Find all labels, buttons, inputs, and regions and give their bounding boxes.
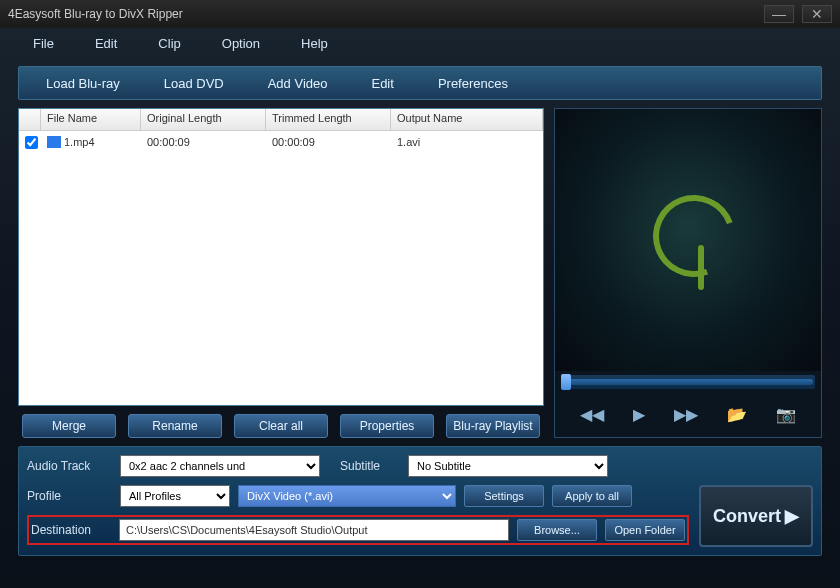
destination-input[interactable] [119, 519, 509, 541]
rename-button[interactable]: Rename [128, 414, 222, 438]
profile-convert-row: Profile All Profiles DivX Video (*.avi) … [27, 485, 813, 547]
content-area: Load Blu-ray Load DVD Add Video Edit Pre… [0, 58, 840, 588]
bottom-panel: Audio Track 0x2 aac 2 channels und Subti… [18, 446, 822, 556]
col-filename-header[interactable]: File Name [41, 109, 141, 130]
main-area: File Name Original Length Trimmed Length… [18, 108, 822, 438]
snapshot-icon[interactable]: 📷 [772, 401, 800, 428]
seek-bar[interactable] [561, 375, 815, 389]
bluray-playlist-button[interactable]: Blu-ray Playlist [446, 414, 540, 438]
load-dvd-button[interactable]: Load DVD [142, 70, 246, 97]
video-icon [47, 136, 61, 148]
audio-track-select[interactable]: 0x2 aac 2 channels und [120, 455, 320, 477]
toolbar: Load Blu-ray Load DVD Add Video Edit Pre… [18, 66, 822, 100]
convert-button[interactable]: Convert ▶ [699, 485, 813, 547]
output-name-cell: 1.avi [391, 134, 543, 150]
settings-button[interactable]: Settings [464, 485, 544, 507]
row-checkbox[interactable] [25, 136, 38, 149]
properties-button[interactable]: Properties [340, 414, 434, 438]
open-icon[interactable]: 📂 [723, 401, 751, 428]
left-panel: File Name Original Length Trimmed Length… [18, 108, 544, 438]
window-title: 4Easysoft Blu-ray to DivX Ripper [8, 7, 183, 21]
preview-panel: ◀◀ ▶ ▶▶ 📂 📷 [554, 108, 822, 438]
preferences-button[interactable]: Preferences [416, 70, 530, 97]
col-original-length-header[interactable]: Original Length [141, 109, 266, 130]
window-controls: — ✕ [764, 5, 832, 23]
menu-edit[interactable]: Edit [77, 32, 135, 55]
bottom-left: Profile All Profiles DivX Video (*.avi) … [27, 485, 689, 547]
profile-format-select[interactable]: DivX Video (*.avi) [238, 485, 456, 507]
player-controls: ◀◀ ▶ ▶▶ 📂 📷 [555, 397, 821, 437]
seek-track [563, 379, 813, 385]
preview-screen [555, 109, 821, 371]
next-icon[interactable]: ▶▶ [670, 401, 702, 428]
menubar: File Edit Clip Option Help [0, 28, 840, 58]
titlebar: 4Easysoft Blu-ray to DivX Ripper — ✕ [0, 0, 840, 28]
trimmed-length-cell: 00:00:09 [266, 134, 391, 150]
convert-label: Convert [713, 506, 781, 527]
profile-category-select[interactable]: All Profiles [120, 485, 230, 507]
audio-track-label: Audio Track [27, 459, 112, 473]
subtitle-select[interactable]: No Subtitle [408, 455, 608, 477]
browse-button[interactable]: Browse... [517, 519, 597, 541]
original-length-cell: 00:00:09 [141, 134, 266, 150]
menu-option[interactable]: Option [204, 32, 278, 55]
open-folder-button[interactable]: Open Folder [605, 519, 685, 541]
action-row: Merge Rename Clear all Properties Blu-ra… [18, 414, 544, 438]
col-trimmed-length-header[interactable]: Trimmed Length [266, 109, 391, 130]
profile-row: Profile All Profiles DivX Video (*.avi) … [27, 485, 689, 507]
add-video-button[interactable]: Add Video [246, 70, 350, 97]
table-row[interactable]: 1.mp4 00:00:09 00:00:09 1.avi [19, 131, 543, 153]
toolbar-edit-button[interactable]: Edit [349, 70, 415, 97]
destination-row: Destination Browse... Open Folder [27, 515, 689, 545]
menu-help[interactable]: Help [283, 32, 346, 55]
play-icon[interactable]: ▶ [629, 401, 649, 428]
load-bluray-button[interactable]: Load Blu-ray [24, 70, 142, 97]
menu-file[interactable]: File [15, 32, 72, 55]
col-checkbox [19, 109, 41, 130]
profile-label: Profile [27, 489, 112, 503]
subtitle-label: Subtitle [340, 459, 400, 473]
seek-thumb[interactable] [561, 374, 571, 390]
app-window: 4Easysoft Blu-ray to DivX Ripper — ✕ Fil… [0, 0, 840, 588]
col-output-name-header[interactable]: Output Name [391, 109, 543, 130]
prev-icon[interactable]: ◀◀ [576, 401, 608, 428]
list-header: File Name Original Length Trimmed Length… [19, 109, 543, 131]
apply-to-all-button[interactable]: Apply to all [552, 485, 632, 507]
merge-button[interactable]: Merge [22, 414, 116, 438]
file-list: File Name Original Length Trimmed Length… [18, 108, 544, 406]
clear-all-button[interactable]: Clear all [234, 414, 328, 438]
destination-label: Destination [31, 523, 111, 537]
arrow-right-icon: ▶ [785, 505, 799, 527]
logo-icon [643, 190, 733, 290]
minimize-button[interactable]: — [764, 5, 794, 23]
menu-clip[interactable]: Clip [140, 32, 198, 55]
audio-subtitle-row: Audio Track 0x2 aac 2 channels und Subti… [27, 455, 813, 477]
close-button[interactable]: ✕ [802, 5, 832, 23]
file-name-cell: 1.mp4 [64, 136, 95, 148]
